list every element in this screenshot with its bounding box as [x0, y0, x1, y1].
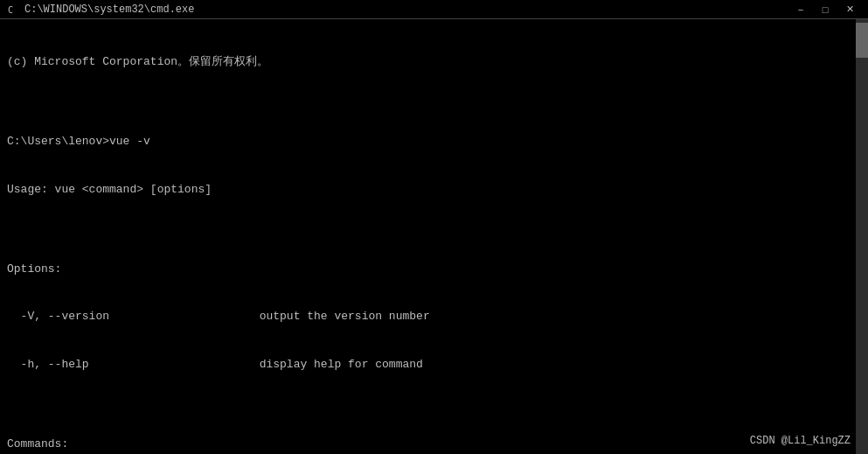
- close-button[interactable]: ✕: [838, 2, 861, 17]
- minimize-button[interactable]: −: [789, 2, 812, 17]
- line-opt2: -h, --help display help for command: [7, 357, 861, 373]
- terminal-body[interactable]: (c) Microsoft Corporation。保留所有权利。 C:\Use…: [0, 19, 868, 454]
- terminal-content: (c) Microsoft Corporation。保留所有权利。 C:\Use…: [7, 23, 861, 454]
- line-commands-header: Commands:: [7, 437, 861, 452]
- window-controls: − □ ✕: [789, 2, 861, 17]
- line-options-header: Options:: [7, 262, 861, 277]
- watermark: CSDN @Lil_KingZZ: [750, 435, 851, 447]
- scrollbar-thumb[interactable]: [856, 23, 868, 58]
- cmd-icon: C: [7, 3, 19, 16]
- scrollbar[interactable]: [856, 19, 868, 454]
- line-opt1: -V, --version output the version number: [7, 309, 861, 325]
- title-bar-left: C C:\WINDOWS\system32\cmd.exe: [7, 3, 194, 16]
- svg-text:C: C: [8, 5, 13, 15]
- terminal-window: C C:\WINDOWS\system32\cmd.exe − □ ✕ (c) …: [0, 0, 868, 454]
- maximize-button[interactable]: □: [814, 2, 837, 17]
- line-prompt1: C:\Users\lenov>vue -v: [7, 134, 861, 150]
- line-usage: Usage: vue <command> [options]: [7, 182, 861, 198]
- title-bar: C C:\WINDOWS\system32\cmd.exe − □ ✕: [0, 0, 868, 19]
- line-copyright: (c) Microsoft Corporation。保留所有权利。: [7, 54, 861, 70]
- window-title: C:\WINDOWS\system32\cmd.exe: [24, 3, 194, 16]
